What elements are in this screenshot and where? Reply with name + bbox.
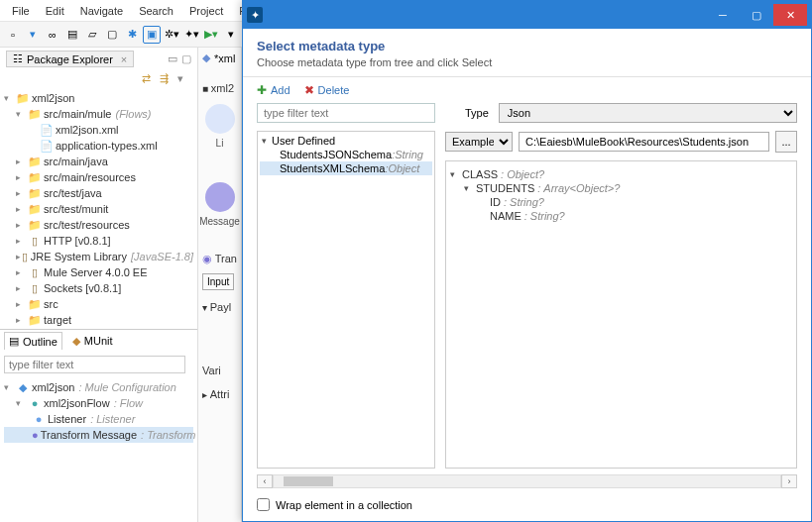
tree-root[interactable]: xml2json: [32, 92, 74, 104]
menu-file[interactable]: File: [4, 3, 38, 19]
outline-label: Outline: [23, 336, 58, 348]
dialog-subtitle: Choose metadata type from tree and click…: [257, 56, 797, 68]
toolbar-saveall-icon[interactable]: ▤: [63, 26, 81, 44]
toolbar-save-icon[interactable]: ▾: [24, 26, 42, 44]
tree-target[interactable]: target: [44, 314, 71, 326]
scroll-thumb[interactable]: [284, 476, 333, 486]
tree-src-main-mule[interactable]: src/main/mule: [44, 108, 111, 120]
wrap-checkbox[interactable]: [257, 498, 270, 511]
tree-src-test-res[interactable]: src/test/resources: [44, 219, 130, 231]
outline-flow-type: : Flow: [114, 397, 143, 409]
variables-label[interactable]: Vari: [202, 365, 221, 376]
menu-search[interactable]: Search: [131, 3, 181, 19]
menu-navigate[interactable]: Navigate: [72, 3, 131, 19]
toolbar-icon-6[interactable]: ▢: [103, 26, 121, 44]
flows-tag: (Flows): [115, 108, 151, 120]
tree-sockets[interactable]: Sockets [v0.8.1]: [44, 282, 121, 294]
schema-tree[interactable]: ▾CLASS : Object? ▾STUDENTS : Array<Objec…: [445, 160, 797, 469]
type-select[interactable]: Json: [499, 103, 797, 123]
delete-label: Delete: [318, 84, 350, 96]
toolbar-last-icon[interactable]: ▾: [222, 26, 240, 44]
source-kind-select[interactable]: Example: [445, 132, 513, 152]
tree-src-main-java[interactable]: src/main/java: [44, 156, 108, 167]
menu-dropdown-icon[interactable]: ▾: [177, 72, 191, 86]
source-path-input[interactable]: [519, 132, 769, 152]
outline-tab[interactable]: ▤ Outline: [4, 332, 62, 350]
wrap-label[interactable]: Wrap element in a collection: [276, 499, 412, 511]
package-explorer-panel: ☷ Package Explorer × ▭ ▢ ⇄ ⇶ ▾ ▾📁xml2jso…: [0, 48, 198, 522]
munit-tab[interactable]: ◆ MUnit: [68, 333, 117, 350]
schema-xml-node[interactable]: StudentsXMLSchema : Object: [260, 161, 432, 175]
link-editor-icon[interactable]: ⇶: [160, 72, 174, 86]
maximize-icon[interactable]: ▢: [181, 52, 191, 65]
tree-app-types[interactable]: application-types.xml: [56, 140, 158, 152]
outline-tree[interactable]: ▾◆xml2json: Mule Configuration ▾●xml2jso…: [0, 377, 197, 445]
add-button[interactable]: ✚ Add: [257, 83, 290, 97]
browse-button[interactable]: ...: [775, 131, 797, 153]
dialog-title: Select metadata type: [257, 39, 797, 53]
flow-listener-circle[interactable]: [205, 104, 235, 134]
outline-panel: ▤ Outline ◆ MUnit ▾◆xml2json: Mule Confi…: [0, 329, 197, 522]
x-icon: ✖: [304, 83, 314, 97]
outline-root-type: : Mule Configuration: [78, 381, 175, 393]
flow-message-circle[interactable]: [205, 182, 235, 212]
schema-json-node[interactable]: StudentsJSONSchema : String: [260, 148, 432, 161]
tran-section: ◉ Tran: [198, 247, 241, 271]
type-filter-input[interactable]: [257, 103, 435, 123]
outline-transform[interactable]: Transform Message: [41, 429, 137, 441]
window-close-button[interactable]: ✕: [773, 4, 807, 26]
schema-name[interactable]: NAME: [490, 210, 522, 222]
outline-root[interactable]: xml2json: [32, 381, 74, 393]
window-maximize-button[interactable]: ▢: [740, 4, 773, 26]
collapse-all-icon[interactable]: ⇄: [142, 72, 156, 86]
outline-listener[interactable]: Listener: [48, 413, 86, 425]
package-explorer-tab[interactable]: ☷ Package Explorer ×: [6, 51, 134, 67]
attributes-label[interactable]: Attri: [210, 388, 230, 400]
tree-mule-server[interactable]: Mule Server 4.0.0 EE: [44, 266, 148, 278]
schema-students[interactable]: STUDENTS: [476, 182, 534, 194]
toolbar-run-icon[interactable]: ▶▾: [202, 26, 220, 44]
editor-tab[interactable]: ◆ *xml: [198, 48, 241, 68]
tree-src-test-java[interactable]: src/test/java: [44, 187, 102, 199]
tree-src-main-res[interactable]: src/main/resources: [44, 171, 136, 183]
jre-tag: [JavaSE-1.8]: [131, 251, 193, 262]
toolbar-ds-icon[interactable]: ▣: [143, 26, 161, 44]
outline-listener-type: : Listener: [90, 413, 135, 425]
window-minimize-button[interactable]: ─: [706, 4, 740, 26]
user-defined-node[interactable]: User Defined: [272, 135, 335, 147]
hscrollbar[interactable]: ‹ ›: [257, 472, 797, 490]
delete-button[interactable]: ✖ Delete: [304, 83, 350, 97]
menu-project[interactable]: Project: [181, 3, 231, 19]
tree-src-test-munit[interactable]: src/test/munit: [44, 203, 108, 215]
toolbar-bug-icon[interactable]: ✦▾: [182, 26, 200, 44]
toolbar-debug-icon[interactable]: ✱: [123, 26, 141, 44]
schema-list-pane: ▾User Defined StudentsJSONSchema : Strin…: [257, 131, 435, 469]
scroll-left-icon[interactable]: ‹: [257, 474, 273, 488]
payload-label[interactable]: Payl: [210, 301, 231, 313]
dialog-titlebar[interactable]: ✦ ─ ▢ ✕: [243, 1, 811, 29]
toolbar-new-icon[interactable]: ▫: [4, 26, 22, 44]
outline-flow[interactable]: xml2jsonFlow: [44, 397, 110, 409]
dialog-footer: Wrap element in a collection: [243, 490, 811, 521]
schema-id[interactable]: ID: [490, 196, 501, 208]
scroll-track[interactable]: [273, 474, 781, 488]
editor-section-xml2: ■ xml2: [198, 76, 241, 100]
user-defined-tree[interactable]: ▾User Defined StudentsJSONSchema : Strin…: [258, 132, 434, 177]
tree-jre[interactable]: JRE System Library: [31, 251, 127, 262]
tree-src[interactable]: src: [44, 298, 58, 310]
project-tree[interactable]: ▾📁xml2json ▾📁src/main/mule(Flows) 📄xml2j…: [0, 88, 197, 329]
close-icon[interactable]: ×: [121, 53, 127, 65]
editor-tab-label: *xml: [214, 52, 235, 64]
toolbar-gear-icon[interactable]: ✲▾: [163, 26, 180, 44]
menu-edit[interactable]: Edit: [38, 3, 72, 19]
tree-http[interactable]: HTTP [v0.8.1]: [44, 235, 111, 247]
toolbar-icon-5[interactable]: ▱: [83, 26, 101, 44]
toolbar-infinity-icon[interactable]: ∞: [44, 26, 61, 44]
tree-xml2json-xml[interactable]: xml2json.xml: [56, 124, 119, 136]
flow-message-label: Message: [198, 216, 241, 227]
schema-class[interactable]: CLASS: [462, 168, 498, 180]
outline-filter-input[interactable]: [4, 356, 185, 373]
minimize-icon[interactable]: ▭: [168, 52, 177, 65]
dialog-header: Select metadata type Choose metadata typ…: [243, 29, 811, 77]
scroll-right-icon[interactable]: ›: [781, 474, 797, 488]
